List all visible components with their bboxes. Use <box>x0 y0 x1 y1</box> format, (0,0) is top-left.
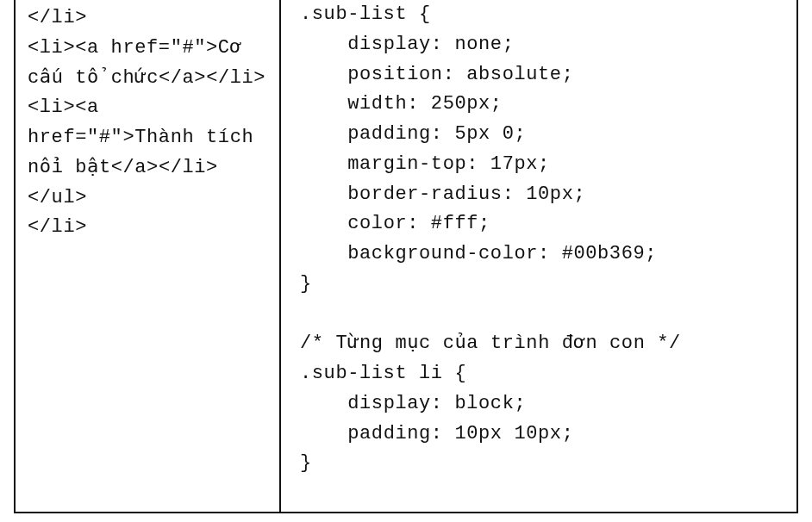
page: </li> <li><a href="#">Cơ cấu tổ chức</a>… <box>0 0 812 522</box>
left-column: </li> <li><a href="#">Cơ cấu tổ chức</a>… <box>16 0 281 512</box>
code-table: </li> <li><a href="#">Cơ cấu tổ chức</a>… <box>14 0 798 513</box>
css-code-block: .sub-list { display: none; position: abs… <box>300 0 781 479</box>
columns: </li> <li><a href="#">Cơ cấu tổ chức</a>… <box>16 0 796 512</box>
html-code-block: </li> <li><a href="#">Cơ cấu tổ chức</a>… <box>28 3 267 243</box>
right-column: .sub-list { display: none; position: abs… <box>281 0 796 512</box>
